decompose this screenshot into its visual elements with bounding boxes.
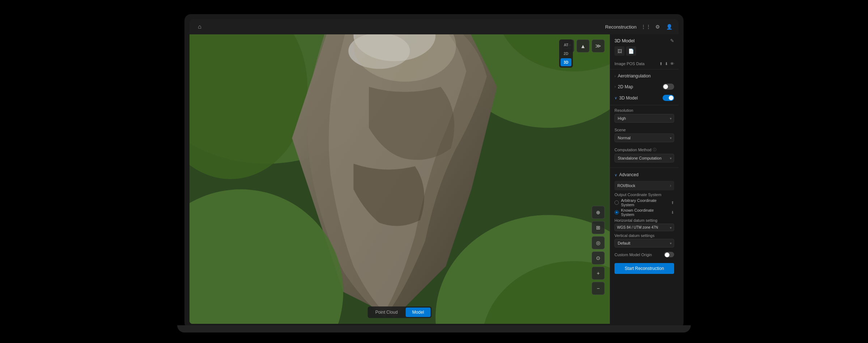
horizontal-datum-select[interactable]: WGS 84 / UTM zone 47N — [614, 224, 674, 231]
vertical-datum-select-wrapper: Default — [614, 239, 674, 247]
horizontal-datum-section: Horizontal datum setting WGS 84 / UTM zo… — [614, 218, 674, 231]
laptop-wrapper: ⌂ Reconstruction ⋮⋮ ⚙ 👤 — [156, 9, 712, 334]
computation-section: Computation Method ⓘ Standalone Computat… — [610, 146, 678, 166]
laptop-base — [177, 325, 691, 333]
info-icon[interactable]: ⓘ — [653, 147, 656, 152]
terrain-background — [190, 34, 610, 324]
sphere-tool-btn[interactable]: ◎ — [592, 236, 605, 249]
advanced-chevron-icon: ∨ — [614, 173, 617, 177]
roi-block-label: ROI/Block — [617, 183, 635, 188]
zoom-in-btn[interactable]: + — [592, 267, 605, 280]
model-tab[interactable]: Model — [406, 308, 431, 317]
image-pos-section: Image POS Data ⬆ ⬇ 👁 — [610, 59, 678, 68]
divider-1 — [610, 69, 678, 69]
menu-toggle-btn[interactable]: ≫ — [592, 39, 605, 52]
computation-label: Computation Method ⓘ — [614, 147, 674, 152]
known-cs-icon[interactable]: ⬇ — [671, 210, 674, 215]
2d-map-toggle[interactable] — [663, 84, 674, 90]
resolution-section: Resolution High — [610, 107, 678, 126]
scene-select-wrapper: Normal — [614, 134, 674, 142]
eye-icon[interactable]: 👁 — [670, 62, 674, 66]
home-button[interactable]: ⌂ — [194, 21, 205, 33]
crosshair-tool-btn[interactable]: ⊙ — [592, 251, 605, 264]
known-cs-radio[interactable] — [614, 210, 619, 215]
arbitrary-cs-radio[interactable] — [614, 200, 619, 205]
scene-section: Scene Normal — [610, 126, 678, 146]
computation-select-wrapper: Standalone Computation — [614, 154, 674, 162]
top-bar-right: Reconstruction ⋮⋮ ⚙ 👤 — [605, 22, 674, 32]
advanced-header[interactable]: ∨ Advanced — [614, 170, 674, 179]
upload-icon[interactable]: ⬆ — [659, 62, 663, 66]
bottom-toolbar: Point Cloud Model — [368, 306, 432, 318]
main-content: 📷 ▲ ≫ AT 2D 3D ⊕ ⊞ ◎ ⊙ — [190, 34, 678, 324]
divider-3 — [610, 168, 678, 168]
sidebar-item-aerotriangulation[interactable]: › Aerotriangulation — [610, 71, 678, 81]
laptop-screen: ⌂ Reconstruction ⋮⋮ ⚙ 👤 — [190, 19, 678, 324]
chevron-down-icon-3d: ∨ — [614, 96, 617, 100]
custom-model-toggle[interactable] — [664, 252, 674, 257]
user-icon[interactable]: 👤 — [664, 22, 674, 32]
vertical-datum-select[interactable]: Default — [614, 239, 674, 247]
arbitrary-cs-icon[interactable]: ⬆ — [671, 200, 674, 205]
top-bar: ⌂ Reconstruction ⋮⋮ ⚙ 👤 — [190, 19, 678, 34]
known-cs-radio-row[interactable]: Known Coordinate System ⬇ — [614, 208, 674, 217]
horizontal-datum-label: Horizontal datum setting — [614, 218, 674, 223]
vertical-datum-label: Vertical datum settings — [614, 233, 674, 238]
vertical-datum-section: Vertical datum settings Default — [614, 233, 674, 247]
custom-model-row: Custom Model Origin — [614, 250, 674, 259]
chevron-right-icon-2d: › — [614, 85, 616, 89]
start-reconstruction-button[interactable]: Start Reconstruction — [614, 263, 674, 274]
arbitrary-cs-radio-row[interactable]: Arbitrary Coordinate System ⬆ — [614, 198, 674, 207]
2d-map-label: 2D Map — [618, 84, 663, 89]
hierarchy-icon[interactable]: ⋮⋮ — [641, 22, 651, 32]
advanced-label: Advanced — [619, 172, 638, 177]
chevron-right-icon: › — [614, 74, 616, 78]
arbitrary-cs-label: Arbitrary Coordinate System — [621, 198, 668, 207]
globe-tool-btn[interactable]: ⊕ — [592, 206, 605, 219]
view-mode-3d[interactable]: 3D — [561, 58, 571, 66]
computation-select[interactable]: Standalone Computation — [614, 154, 674, 162]
view-mode-at[interactable]: AT — [561, 41, 571, 49]
triangle-tool-btn[interactable]: ▲ — [576, 39, 590, 52]
output-cs-label: Output Coordinate System — [614, 192, 674, 197]
view-mode-2d[interactable]: 2D — [561, 50, 571, 58]
download-icon[interactable]: ⬇ — [665, 62, 668, 66]
view-mode-panel: AT 2D 3D — [559, 39, 573, 68]
image-icon-btn[interactable]: 🖼 — [614, 46, 625, 56]
sidebar: 3D Model ✎ 🖼 📄 Image POS Data ⬆ ⬇ — [610, 34, 678, 324]
3d-model-toggle[interactable] — [663, 95, 674, 101]
scene-label: Scene — [614, 128, 674, 132]
sidebar-item-3d-model[interactable]: ∨ 3D Model — [610, 92, 678, 103]
gear-icon[interactable]: ⚙ — [652, 22, 663, 32]
zoom-out-btn[interactable]: − — [592, 282, 605, 295]
3d-model-label: 3D Model — [619, 96, 663, 101]
resolution-label: Resolution — [614, 108, 674, 113]
edit-icon[interactable]: ✎ — [670, 38, 674, 43]
divider-2 — [610, 105, 678, 105]
grid-tool-btn[interactable]: ⊞ — [592, 221, 605, 234]
known-cs-label: Known Coordinate System — [621, 208, 668, 217]
custom-model-label: Custom Model Origin — [614, 253, 652, 257]
scene-select[interactable]: Normal — [614, 134, 674, 142]
top-bar-left: ⌂ — [194, 21, 205, 33]
aerotriangulation-label: Aerotriangulation — [618, 73, 674, 79]
sidebar-header: 3D Model ✎ — [610, 34, 678, 46]
right-toolbar: ⊕ ⊞ ◎ ⊙ + − — [592, 206, 605, 295]
point-cloud-tab[interactable]: Point Cloud — [369, 308, 404, 317]
terrain-svg — [190, 34, 610, 324]
laptop-body: ⌂ Reconstruction ⋮⋮ ⚙ 👤 — [184, 14, 684, 329]
viewport-area: 📷 ▲ ≫ AT 2D 3D ⊕ ⊞ ◎ ⊙ — [190, 34, 610, 324]
advanced-section: ∨ Advanced ROI/Block › Output Coordinate… — [610, 169, 678, 260]
sidebar-title: 3D Model — [614, 38, 635, 43]
roi-block-arrow-icon: › — [670, 183, 671, 188]
file-icon-btn[interactable]: 📄 — [626, 46, 636, 56]
sidebar-item-2d-map[interactable]: › 2D Map — [610, 81, 678, 92]
resolution-select-wrapper: High — [614, 114, 674, 123]
horizontal-datum-select-wrapper: WGS 84 / UTM zone 47N — [614, 224, 674, 231]
sidebar-icon-row: 🖼 📄 — [610, 46, 678, 59]
app-title: Reconstruction — [605, 24, 637, 30]
roi-block-row[interactable]: ROI/Block › — [614, 181, 674, 190]
resolution-select[interactable]: High — [614, 114, 674, 123]
